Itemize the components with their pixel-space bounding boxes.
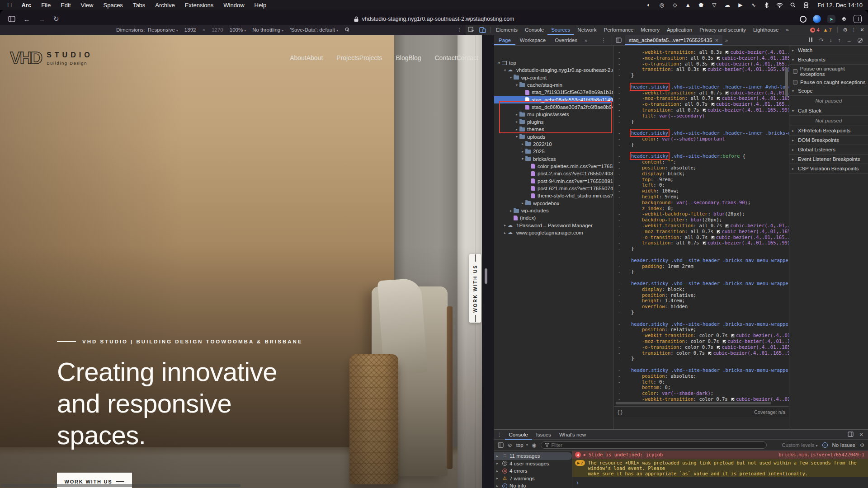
bezier-swatch-icon[interactable]: [725, 51, 729, 54]
menu-view[interactable]: View: [76, 2, 99, 9]
viewport-width[interactable]: 1392: [184, 27, 196, 33]
bezier-swatch-icon[interactable]: [717, 97, 720, 100]
checkbox-pause-on-uncaught-exceptions[interactable]: Pause on uncaught exceptions: [789, 65, 868, 78]
errors-badge[interactable]: ✕4: [810, 27, 819, 33]
code-line[interactable]: -color: var(--shade)!important: [614, 136, 789, 142]
menu-edit[interactable]: Edit: [56, 2, 75, 9]
zoom-select[interactable]: 100%▾: [230, 27, 246, 33]
code-line[interactable]: -}: [614, 310, 789, 315]
console-tab-what-s-new[interactable]: What's new: [555, 430, 590, 440]
cloud-sync-icon[interactable]: ☁: [724, 2, 731, 9]
navigator-tab-overrides[interactable]: Overrides: [550, 35, 582, 45]
code-line[interactable]: --moz-transition: all 0.3s cubic-bezier(…: [614, 55, 789, 61]
code-line[interactable]: -fill: var(--secondary): [614, 113, 789, 119]
devtools-tab-memory[interactable]: Memory: [637, 25, 663, 35]
console-filter-input[interactable]: [541, 441, 767, 449]
code-line[interactable]: --moz-transition: all 0.7s cubic-bezier(…: [614, 95, 789, 101]
console-error-row[interactable]: 4 ▶ Slide is undefined: jcyjob bricks.mi…: [572, 451, 868, 459]
tree-item[interactable]: ▸2025: [494, 148, 613, 155]
tab-switcher-icon[interactable]: ⇆: [842, 17, 846, 21]
section-watch[interactable]: ▸Watch: [789, 46, 868, 55]
devtools-menu-icon[interactable]: ⋮: [851, 27, 857, 33]
tree-item[interactable]: ▾☁vhdstudio-staging.nyg1r0.ap-southeast-…: [494, 66, 613, 74]
navigator-toggle-icon[interactable]: [612, 38, 625, 43]
code-line[interactable]: [614, 148, 789, 154]
console-prompt[interactable]: ›: [572, 477, 868, 486]
code-line[interactable]: --webkit-backdrop-filter: blur(20px);: [614, 211, 789, 217]
code-line[interactable]: -header.sticky .vhd--site-header .header…: [614, 84, 789, 90]
menu-arc[interactable]: Arc: [17, 2, 37, 9]
search-icon[interactable]: [789, 2, 796, 9]
screen-mirroring-icon[interactable]: ◐: [645, 2, 652, 9]
file-tab[interactable]: staq_acbe08afa5...ver=1765525435 ✕: [625, 35, 722, 45]
cursor-extension-icon[interactable]: ➤: [827, 15, 835, 23]
error-source-link[interactable]: bricks.min.js?ver=1765422049:1: [778, 452, 864, 457]
file-tabs-overflow-icon[interactable]: »: [722, 38, 731, 43]
nav-more-tabs-icon[interactable]: »: [582, 38, 590, 43]
navigator-tab-page[interactable]: Page: [494, 35, 515, 45]
reload-icon[interactable]: ↻: [53, 15, 59, 23]
pause-script-icon[interactable]: [809, 38, 813, 43]
code-line[interactable]: -height: 1.4rem;: [614, 298, 789, 304]
context-selector[interactable]: top▾: [516, 442, 528, 448]
tree-item[interactable]: ▸plugins: [494, 118, 613, 126]
site-nav-blog[interactable]: BlogBlog: [396, 54, 421, 61]
code-line[interactable]: --o-transition: color 0.7s cubic-bezier(…: [614, 344, 789, 350]
code-line[interactable]: [614, 252, 789, 258]
code-line[interactable]: [614, 124, 789, 130]
section-csp-violation-breakpoints[interactable]: ▸CSP Violation Breakpoints: [789, 164, 868, 174]
section-event-listener-breakpoints[interactable]: ▸Event Listener Breakpoints: [789, 155, 868, 164]
tree-item[interactable]: ▸2022/10: [494, 141, 613, 148]
tree-item[interactable]: ▸mu-plugins/assets: [494, 111, 613, 118]
step-icon[interactable]: →: [847, 38, 852, 43]
custom-levels-select[interactable]: Custom levels▾: [782, 442, 817, 448]
bezier-swatch-icon[interactable]: [703, 108, 706, 112]
code-line[interactable]: -left: 0;: [614, 182, 789, 188]
clear-console-icon[interactable]: ⊘: [508, 442, 512, 448]
code-line[interactable]: -header.sticky .vhd--site-header:before …: [614, 153, 789, 159]
code-line[interactable]: --webkit-transition: all 0.7s cubic-bezi…: [614, 90, 789, 96]
tree-item[interactable]: staq_7f11931f5cf5e637e8b69a1b1a61e2d...: [494, 89, 613, 96]
code-line[interactable]: -position: absolute;: [614, 165, 789, 171]
bezier-swatch-icon[interactable]: [717, 230, 720, 234]
code-line[interactable]: -}: [614, 246, 789, 252]
bezier-swatch-icon[interactable]: [731, 398, 735, 401]
menu-archive[interactable]: Archive: [150, 2, 179, 9]
code-line[interactable]: -position: relative;: [614, 327, 789, 333]
tree-item[interactable]: ▾cache/staq-min: [494, 81, 613, 89]
console-filter-7-warnings[interactable]: ▸⚠7 warnings: [494, 475, 572, 483]
section-dom-breakpoints[interactable]: ▸DOM Breakpoints: [789, 136, 868, 145]
tree-item[interactable]: post-94.min.css?ver=1765508917: [494, 178, 613, 185]
console-tab-console[interactable]: Console: [505, 430, 532, 440]
console-filter-no-info[interactable]: ▸iNo info: [494, 482, 572, 488]
site-nav-contact[interactable]: ContactContact: [435, 54, 479, 61]
apple-menu-icon[interactable]: : [7, 1, 12, 9]
code-line[interactable]: -display: block;: [614, 286, 789, 292]
tree-item[interactable]: theme-style-vhd_studio.min.css?ver=17...: [494, 192, 613, 199]
tree-item[interactable]: ▸☁www.googletagmanager.com: [494, 229, 613, 236]
console-sidebar-toggle-icon[interactable]: [498, 442, 504, 448]
console-menu-icon[interactable]: ⋮: [494, 432, 505, 438]
deactivate-breakpoints-icon[interactable]: [858, 38, 863, 43]
navigator-tab-workspace[interactable]: Workspace: [515, 35, 550, 45]
section-scope[interactable]: ▾Scope: [789, 86, 868, 96]
tree-item[interactable]: ▾wp-content: [494, 74, 613, 81]
issues-status[interactable]: No Issues: [832, 442, 855, 448]
work-with-us-side-tab[interactable]: WORK WITH US: [469, 254, 481, 323]
tree-item[interactable]: ▾bricks/css: [494, 155, 613, 163]
stage-manager-icon[interactable]: [802, 2, 809, 9]
code-line[interactable]: --o-transition: all 0.7s cubic-bezier(.4…: [614, 101, 789, 107]
code-line[interactable]: --webkit-transition: color 0.7s cubic-be…: [614, 333, 789, 338]
site-logo[interactable]: VHD STUDIO Building Design: [10, 49, 93, 68]
tree-item[interactable]: ▸☁1Password – Password Manager: [494, 222, 613, 229]
console-filter-11-messages[interactable]: ▸☰11 messages: [494, 452, 572, 460]
touch-cursor-icon[interactable]: [344, 27, 349, 33]
devtools-tab-lighthouse[interactable]: Lighthouse: [750, 25, 782, 35]
play-circle-icon[interactable]: ▶: [737, 2, 744, 9]
console-dock-icon[interactable]: [848, 432, 854, 438]
code-line[interactable]: -width: 100vw;: [614, 188, 789, 194]
code-line[interactable]: [614, 315, 789, 321]
viewport-resize-handle[interactable]: [485, 268, 487, 284]
play-square-icon[interactable]: ▲: [684, 2, 691, 9]
live-expression-icon[interactable]: ◉: [532, 442, 537, 448]
